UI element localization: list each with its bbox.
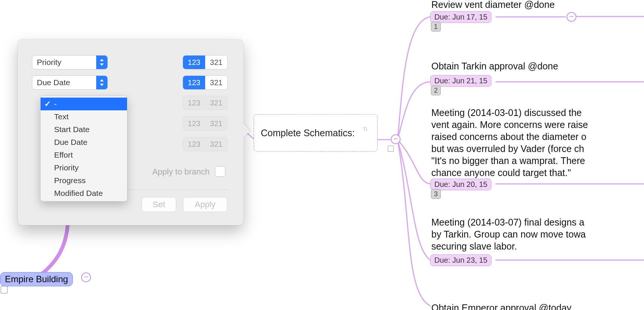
task-line[interactable]: Meeting (2014-03-07) final designs a (431, 216, 584, 228)
due-tag[interactable]: Due: Jun 21, 15 (430, 75, 491, 87)
priority-badge[interactable]: 1 (431, 22, 441, 32)
dropdown-item-text[interactable]: Text (41, 110, 127, 123)
root-node[interactable]: Empire Building (0, 272, 73, 286)
dropdown-item-none[interactable]: - (41, 98, 127, 110)
task-line[interactable]: but was overruled by Vader (force ch (431, 143, 584, 155)
sort-field-dropdown[interactable]: - Text Start Date Due Date Effort Priori… (40, 96, 127, 202)
note-handle-icon[interactable] (388, 146, 394, 152)
sort-order-seg-5: 123 321 (183, 137, 228, 151)
task-line[interactable]: Meeting (2014-03-01) discussed the (431, 107, 582, 119)
seg-desc: 321 (205, 137, 227, 151)
due-tag[interactable]: Due: Jun 20, 15 (430, 179, 491, 190)
due-label: Due: Jun 23, 15 (434, 256, 487, 264)
select-value: Priority (37, 58, 61, 67)
apply-label: Apply (195, 200, 215, 209)
seg-asc[interactable]: 123 (183, 76, 205, 89)
task-line[interactable]: chance anyone could target that." (431, 167, 571, 179)
stepper-icon (96, 76, 107, 89)
sort-order-seg-4: 123 321 (183, 116, 228, 131)
set-label: Set (153, 200, 165, 209)
root-label: Empire Building (5, 274, 68, 284)
task-title[interactable]: Review vent diameter @done (431, 0, 555, 11)
dropdown-item-effort[interactable]: Effort (41, 149, 127, 161)
priority-badge[interactable]: 2 (431, 86, 441, 95)
stepper-icon (96, 56, 107, 69)
center-node[interactable]: Complete Schematics: (254, 114, 378, 152)
task-line[interactable]: securing slave labor. (431, 240, 517, 252)
sort-field-select-1[interactable]: Priority (32, 55, 108, 69)
seg-desc[interactable]: 321 (205, 56, 227, 69)
apply-branch-label: Apply to branch (152, 167, 210, 177)
due-label: Due: Jun 20, 15 (434, 180, 487, 188)
dropdown-item-due-date[interactable]: Due Date (41, 136, 127, 149)
dropdown-item-priority[interactable]: Priority (41, 161, 127, 174)
seg-asc[interactable]: 123 (183, 56, 205, 69)
seg-asc: 123 (183, 96, 205, 110)
task-line[interactable]: "It's no bigger than a wamprat. There (431, 155, 585, 167)
sort-field-select-2[interactable]: Due Date (32, 75, 108, 90)
task-title[interactable]: Obtain Tarkin approval @done (431, 60, 558, 72)
seg-desc[interactable]: 321 (205, 76, 227, 89)
collapse-icon[interactable]: − (81, 272, 91, 282)
due-tag[interactable]: Due: Jun 17, 15 (430, 11, 491, 23)
sort-popover: Priority 123 321 Due Date 123 321 123 32… (18, 39, 243, 225)
sort-order-seg-2[interactable]: 123 321 (183, 75, 228, 90)
seg-desc: 321 (205, 117, 227, 130)
divider (115, 190, 228, 190)
sort-order-seg-3: 123 321 (183, 96, 228, 110)
collapse-icon[interactable]: − (567, 12, 576, 22)
dropdown-item-progress[interactable]: Progress (41, 174, 127, 187)
due-label: Due: Jun 21, 15 (434, 77, 487, 85)
task-line[interactable]: raised concerns about the diameter o (431, 131, 587, 143)
apply-branch-checkbox[interactable] (215, 166, 225, 177)
due-tag[interactable]: Due: Jun 23, 15 (430, 254, 491, 266)
task-title[interactable]: Obtain Emperor approval @today (431, 302, 571, 310)
seg-asc: 123 (183, 137, 205, 151)
select-value: Due Date (37, 78, 70, 87)
sort-indicator-icon: ↑↓ (363, 125, 367, 132)
priority-badge[interactable]: 3 (431, 189, 441, 199)
dropdown-item-start-date[interactable]: Start Date (41, 123, 127, 136)
collapse-icon[interactable]: − (391, 134, 401, 144)
due-label: Due: Jun 17, 15 (434, 13, 487, 21)
center-node-label: Complete Schematics: (261, 128, 355, 138)
task-line[interactable]: vent again. More concerns were raise (431, 119, 588, 131)
seg-desc: 321 (205, 96, 227, 110)
seg-asc: 123 (183, 117, 205, 130)
apply-button[interactable]: Apply (183, 197, 227, 212)
note-icon (1, 286, 8, 293)
sort-order-seg-1[interactable]: 123 321 (183, 55, 228, 69)
set-button[interactable]: Set (142, 197, 176, 212)
task-line[interactable]: by Tarkin. Group can now move towa (431, 228, 586, 240)
dropdown-item-modified-date[interactable]: Modified Date (41, 187, 127, 200)
